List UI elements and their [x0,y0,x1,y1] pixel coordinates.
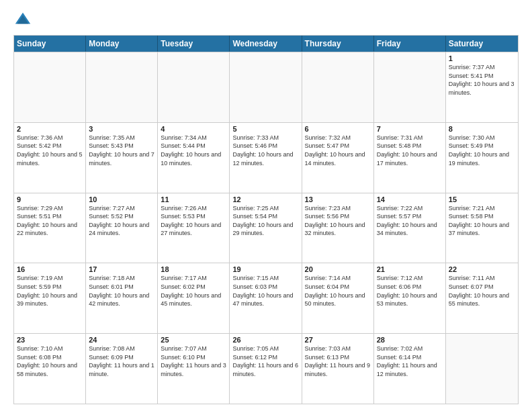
empty-cell [14,52,86,122]
empty-cell [374,52,446,122]
day-cell-6: 6Sunrise: 7:32 AM Sunset: 5:47 PM Daylig… [302,123,374,193]
day-info: Sunrise: 7:32 AM Sunset: 5:47 PM Dayligh… [305,134,371,167]
day-cell-19: 19Sunrise: 7:15 AM Sunset: 6:03 PM Dayli… [230,263,302,333]
header-day-sunday: Sunday [14,36,86,52]
day-info: Sunrise: 7:30 AM Sunset: 5:49 PM Dayligh… [449,134,515,167]
day-info: Sunrise: 7:05 AM Sunset: 6:12 PM Dayligh… [232,345,298,378]
day-number: 21 [377,265,443,273]
day-number: 12 [232,195,298,203]
day-info: Sunrise: 7:25 AM Sunset: 5:54 PM Dayligh… [232,204,298,238]
empty-cell [158,52,230,122]
day-cell-24: 24Sunrise: 7:08 AM Sunset: 6:09 PM Dayli… [86,334,158,404]
day-cell-8: 8Sunrise: 7:30 AM Sunset: 5:49 PM Daylig… [446,123,518,193]
day-info: Sunrise: 7:18 AM Sunset: 6:01 PM Dayligh… [89,274,154,308]
day-cell-26: 26Sunrise: 7:05 AM Sunset: 6:12 PM Dayli… [230,334,302,404]
day-info: Sunrise: 7:14 AM Sunset: 6:04 PM Dayligh… [305,274,371,308]
day-number: 26 [232,336,298,344]
day-info: Sunrise: 7:10 AM Sunset: 6:08 PM Dayligh… [17,345,83,378]
day-info: Sunrise: 7:35 AM Sunset: 5:43 PM Dayligh… [89,134,154,167]
day-number: 20 [305,265,371,273]
day-cell-17: 17Sunrise: 7:18 AM Sunset: 6:01 PM Dayli… [86,263,158,333]
day-cell-9: 9Sunrise: 7:29 AM Sunset: 5:51 PM Daylig… [14,193,86,263]
day-cell-27: 27Sunrise: 7:03 AM Sunset: 6:13 PM Dayli… [302,334,374,404]
day-number: 25 [161,336,226,344]
day-number: 14 [377,195,443,203]
day-number: 3 [89,125,154,133]
day-cell-11: 11Sunrise: 7:26 AM Sunset: 5:53 PM Dayli… [158,193,230,263]
day-cell-20: 20Sunrise: 7:14 AM Sunset: 6:04 PM Dayli… [302,263,374,333]
header-day-wednesday: Wednesday [230,36,302,52]
day-number: 17 [89,265,154,273]
calendar-body: 1Sunrise: 7:37 AM Sunset: 5:41 PM Daylig… [14,52,518,404]
calendar-row-2: 2Sunrise: 7:36 AM Sunset: 5:42 PM Daylig… [14,122,518,193]
day-info: Sunrise: 7:08 AM Sunset: 6:09 PM Dayligh… [89,345,154,378]
calendar-row-3: 9Sunrise: 7:29 AM Sunset: 5:51 PM Daylig… [14,193,518,263]
header [13,11,519,30]
day-number: 1 [449,54,515,62]
day-info: Sunrise: 7:21 AM Sunset: 5:58 PM Dayligh… [449,204,515,238]
day-info: Sunrise: 7:26 AM Sunset: 5:53 PM Dayligh… [161,204,226,238]
day-info: Sunrise: 7:36 AM Sunset: 5:42 PM Dayligh… [17,134,83,167]
logo-icon [13,11,32,30]
day-info: Sunrise: 7:33 AM Sunset: 5:46 PM Dayligh… [232,134,298,167]
day-number: 16 [17,265,83,273]
header-day-saturday: Saturday [446,36,518,52]
calendar-row-1: 1Sunrise: 7:37 AM Sunset: 5:41 PM Daylig… [14,52,518,122]
day-cell-13: 13Sunrise: 7:23 AM Sunset: 5:56 PM Dayli… [302,193,374,263]
page: SundayMondayTuesdayWednesdayThursdayFrid… [0,0,532,411]
day-cell-5: 5Sunrise: 7:33 AM Sunset: 5:46 PM Daylig… [230,123,302,193]
empty-cell [230,52,302,122]
day-cell-15: 15Sunrise: 7:21 AM Sunset: 5:58 PM Dayli… [446,193,518,263]
day-number: 2 [17,125,83,133]
day-cell-21: 21Sunrise: 7:12 AM Sunset: 6:06 PM Dayli… [374,263,446,333]
day-cell-25: 25Sunrise: 7:07 AM Sunset: 6:10 PM Dayli… [158,334,230,404]
empty-cell [86,52,158,122]
day-number: 28 [377,336,443,344]
day-info: Sunrise: 7:02 AM Sunset: 6:14 PM Dayligh… [377,345,443,378]
logo [13,11,35,30]
day-number: 7 [377,125,443,133]
day-number: 27 [305,336,371,344]
day-cell-23: 23Sunrise: 7:10 AM Sunset: 6:08 PM Dayli… [14,334,86,404]
calendar-header: SundayMondayTuesdayWednesdayThursdayFrid… [14,36,518,52]
calendar-row-4: 16Sunrise: 7:19 AM Sunset: 5:59 PM Dayli… [14,263,518,333]
day-info: Sunrise: 7:37 AM Sunset: 5:41 PM Dayligh… [449,63,515,97]
day-info: Sunrise: 7:23 AM Sunset: 5:56 PM Dayligh… [305,204,371,238]
day-cell-7: 7Sunrise: 7:31 AM Sunset: 5:48 PM Daylig… [374,123,446,193]
day-number: 8 [449,125,515,133]
day-number: 23 [17,336,83,344]
day-number: 13 [305,195,371,203]
day-number: 15 [449,195,515,203]
empty-cell [302,52,374,122]
day-info: Sunrise: 7:03 AM Sunset: 6:13 PM Dayligh… [305,345,371,378]
day-number: 5 [232,125,298,133]
day-cell-14: 14Sunrise: 7:22 AM Sunset: 5:57 PM Dayli… [374,193,446,263]
header-day-monday: Monday [86,36,158,52]
day-cell-12: 12Sunrise: 7:25 AM Sunset: 5:54 PM Dayli… [230,193,302,263]
day-number: 19 [232,265,298,273]
day-cell-28: 28Sunrise: 7:02 AM Sunset: 6:14 PM Dayli… [374,334,446,404]
day-info: Sunrise: 7:11 AM Sunset: 6:07 PM Dayligh… [449,274,515,308]
day-number: 11 [161,195,226,203]
day-cell-2: 2Sunrise: 7:36 AM Sunset: 5:42 PM Daylig… [14,123,86,193]
day-info: Sunrise: 7:07 AM Sunset: 6:10 PM Dayligh… [161,345,226,378]
calendar: SundayMondayTuesdayWednesdayThursdayFrid… [13,35,519,404]
day-info: Sunrise: 7:31 AM Sunset: 5:48 PM Dayligh… [377,134,443,167]
day-number: 24 [89,336,154,344]
day-cell-10: 10Sunrise: 7:27 AM Sunset: 5:52 PM Dayli… [86,193,158,263]
day-info: Sunrise: 7:15 AM Sunset: 6:03 PM Dayligh… [232,274,298,308]
day-info: Sunrise: 7:27 AM Sunset: 5:52 PM Dayligh… [89,204,154,238]
day-cell-3: 3Sunrise: 7:35 AM Sunset: 5:43 PM Daylig… [86,123,158,193]
day-number: 9 [17,195,83,203]
day-number: 18 [161,265,226,273]
calendar-row-5: 23Sunrise: 7:10 AM Sunset: 6:08 PM Dayli… [14,333,518,404]
day-number: 10 [89,195,154,203]
day-cell-1: 1Sunrise: 7:37 AM Sunset: 5:41 PM Daylig… [446,52,518,122]
day-number: 6 [305,125,371,133]
header-day-thursday: Thursday [302,36,374,52]
day-number: 4 [161,125,226,133]
day-info: Sunrise: 7:12 AM Sunset: 6:06 PM Dayligh… [377,274,443,308]
day-info: Sunrise: 7:19 AM Sunset: 5:59 PM Dayligh… [17,274,83,308]
day-info: Sunrise: 7:22 AM Sunset: 5:57 PM Dayligh… [377,204,443,238]
day-info: Sunrise: 7:29 AM Sunset: 5:51 PM Dayligh… [17,204,83,238]
